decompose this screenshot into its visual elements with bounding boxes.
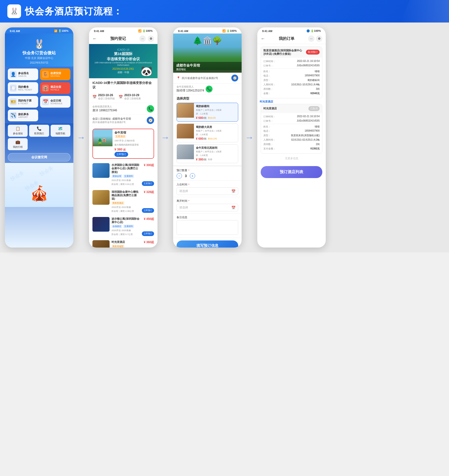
conf-id: ICADD-16 bbox=[117, 48, 129, 51]
room-1-bed: 床：1.2米宽 bbox=[196, 112, 236, 115]
featured-hotel-book-button[interactable]: 立即预订 bbox=[114, 152, 128, 157]
hotel-1-book-button[interactable]: 五星预订 bbox=[142, 181, 154, 186]
featured-hotel-name: 金牛宾馆 bbox=[114, 131, 152, 135]
date-start-item: 📅 2023-10-26 会议 | 活动开始 bbox=[92, 93, 115, 100]
phone-call-button[interactable]: 📞 bbox=[147, 105, 154, 113]
menu-seating[interactable]: 🪑 坐席安排 SEATING bbox=[40, 68, 70, 80]
hotel-list-item-4[interactable]: 时光里酒店 商务高端型 2013开业 2018装修 距会馆｜展馆 2.38公里 … bbox=[89, 238, 157, 248]
header-title: 快会务酒店预订流程： bbox=[25, 5, 123, 18]
room-2-name: 蜀韵楼大床房 bbox=[196, 125, 236, 129]
menu-hotel[interactable]: 🏨 酒店住宿 HOTELS bbox=[40, 82, 70, 94]
more-options-icon[interactable]: ··· bbox=[308, 35, 314, 42]
notes-input[interactable] bbox=[177, 220, 238, 235]
room-card-2[interactable]: 蜀韵楼大床房 有窗户｜30平左右｜1张床 床：1.8米宽 ¥ 680/间 剩余1… bbox=[177, 124, 238, 142]
sign-in-icon: 👤 bbox=[10, 71, 17, 78]
hotel-contact-row: 金牛宾馆联系人 陈经理 13541251074 📞 bbox=[173, 84, 242, 94]
order-2-amount: ¥1392元 bbox=[310, 147, 320, 150]
menu-schedule[interactable]: 📅 会议日程 SCHEDULE bbox=[40, 96, 70, 108]
decrease-button[interactable]: − bbox=[177, 173, 182, 179]
more-icon[interactable]: ··· bbox=[139, 35, 146, 42]
book-hotel-list-button[interactable]: 预订酒店列表 bbox=[261, 166, 322, 178]
order-1-name-row: 姓名： 喵喵 bbox=[263, 70, 320, 73]
website-button[interactable]: 会议微官网 bbox=[8, 153, 70, 161]
order-1-no: JUEe36853241VE65 bbox=[297, 64, 320, 68]
order-1-amount-row: 金额： ¥2040元 bbox=[263, 92, 320, 95]
schedule-icon: 📅 bbox=[42, 98, 49, 105]
navigate-button[interactable]: 🧭 bbox=[231, 75, 238, 81]
order-2-no: JUEe36853241VE65 bbox=[297, 119, 320, 123]
calendar-icon-2: 📅 bbox=[231, 206, 236, 210]
navigation-button[interactable]: 🧭 bbox=[147, 117, 154, 124]
hotel-address-detail: 四川省成都市金牛区金泰路2号 bbox=[182, 76, 230, 80]
fill-info-button[interactable]: 填写预订信息 bbox=[177, 240, 238, 248]
quantity-label: 预订数量 * bbox=[177, 169, 238, 172]
contact-name: 陈经理 13541251074 bbox=[177, 89, 204, 93]
notes-label: 备注信息 bbox=[177, 215, 238, 219]
checkin-placeholder: 请选择 bbox=[179, 189, 188, 193]
hotel-list: 水岸国际公寓(深圳国际会展中心店) (免费巴士接送) 星级会馆 交通便利 202… bbox=[89, 161, 157, 248]
meal-label: 我的餐务 bbox=[18, 85, 32, 89]
hotel-4-tags: 商务高端型 bbox=[112, 245, 140, 248]
order-no-label: 订单号： bbox=[263, 64, 273, 68]
menu-eticket[interactable]: 🎫 我的电子票 E-TICKET bbox=[8, 96, 38, 108]
hotel-3-book-button[interactable]: 立即预订 bbox=[142, 231, 154, 236]
checkin-input[interactable]: 请选择 📅 bbox=[177, 187, 238, 195]
checkin-label-1: 入离时间： bbox=[263, 83, 276, 86]
order-2-room: 凯里双床房(房型随机分配) bbox=[291, 134, 320, 137]
hotel-list-item-1[interactable]: 水岸国际公寓(深圳国际会展中心店) (免费巴士接送) 星级会馆 交通便利 202… bbox=[89, 161, 157, 188]
call-button[interactable]: 📞 bbox=[206, 86, 213, 92]
featured-hotel-card[interactable]: 金牛宾馆 五星酒店 1957开业 占地630亩 最大规模的园林型宴景馆 ¥ 38… bbox=[92, 129, 154, 159]
quantity-field: 预订数量 * − 3 + bbox=[173, 167, 242, 181]
menu-sign-in[interactable]: 👤 参会报名 SIGN IN bbox=[8, 68, 38, 80]
date-start-val: 2023-10-26 bbox=[98, 93, 115, 97]
menu-meal[interactable]: 🍽️ 我的餐务 REAL TICKET bbox=[8, 82, 38, 94]
hotel-list-item-2[interactable]: 深圳国际会展中心檀悦精品酒店(免费巴士接送) 商务型酒店 2022开业 2022… bbox=[89, 188, 157, 215]
back-button-2[interactable]: ← bbox=[92, 36, 97, 41]
hotel-2-meta: 2022开业 2022装修 bbox=[112, 206, 140, 209]
hotel-list-item-3[interactable]: 波尔顿公寓(深圳国际会展中心店) 会场接近 交通便利 2020开业 2020装修… bbox=[89, 215, 157, 238]
watermark-1: 快会务 bbox=[9, 170, 25, 182]
menu-airport[interactable]: ✈️ 接机事务 AIRPORT bbox=[8, 110, 38, 121]
seating-icon: 🪑 bbox=[42, 71, 49, 78]
settings-icon-4[interactable]: ⚙ bbox=[316, 35, 322, 42]
location-sub: 四川省成都市金牛区金泰路2号 bbox=[92, 121, 145, 124]
menu-map[interactable]: 🗺️ 地图导航 bbox=[51, 125, 70, 137]
room-card-1[interactable]: 蜀韵标楼间 有窗户｜30平左右｜2张床 床：1.2米宽 ¥ 680/间 剩余2间 bbox=[177, 103, 238, 122]
hotel-1-tag-1: 星级会馆 bbox=[112, 174, 122, 178]
home-decoration-icon: 🎪 bbox=[30, 185, 48, 202]
checkin-label: 入住时间 * bbox=[177, 183, 238, 186]
room-2-price: ¥ 680/间 bbox=[196, 137, 206, 141]
order-2-status: 已取消 bbox=[308, 106, 320, 111]
room-3-name: 金牛宾馆北苑标间 bbox=[196, 146, 236, 150]
menu-itinerary[interactable]: 💼 我的行程 bbox=[8, 138, 28, 150]
order-2-time: 2022-02-21 16:10:54 bbox=[297, 115, 320, 118]
menu-instructions[interactable]: 📋 参会须知 bbox=[8, 125, 28, 137]
order-1-cancel-button[interactable]: 取消预订 bbox=[306, 50, 320, 55]
date-end-item: 📅 2023-10-29 会议 | 活动结束 bbox=[119, 93, 141, 100]
checkout-input[interactable]: 请选择 📅 bbox=[177, 204, 238, 211]
hotel-2-book-button[interactable]: 立即预订 bbox=[142, 208, 154, 213]
order-1-phone: 18584837900 bbox=[305, 74, 320, 78]
order-time-label-2: 订单时间： bbox=[263, 115, 276, 118]
increase-button[interactable]: + bbox=[190, 173, 195, 179]
room-1-remain: 剩余2间 bbox=[208, 116, 216, 120]
home-rabbit-icon: 🐰 bbox=[34, 39, 45, 49]
airport-label: 接机事务 bbox=[18, 113, 29, 116]
room-card-3[interactable]: 金牛宾馆北苑标间 有窗户｜30平左右｜1张床 床：1.8米宽 ¥ 380/间 售… bbox=[177, 144, 238, 163]
location-icon: 📍 bbox=[177, 76, 180, 80]
featured-hotel-meta: 1957开业 占地630亩 bbox=[114, 139, 152, 142]
room-2-info: 蜀韵楼大床房 有窗户｜30平左右｜1张床 床：1.8米宽 ¥ 680/间 剩余1… bbox=[194, 124, 238, 142]
hotel-3-distance: 距会馆｜展馆 0.7公里 bbox=[112, 233, 140, 236]
room-1-name: 蜀韵标楼间 bbox=[196, 104, 236, 108]
order-1-room: 蜀韵楼标间 bbox=[307, 79, 320, 82]
settings-icon[interactable]: ⚙ bbox=[148, 35, 154, 42]
order-1-name: 喵喵 bbox=[315, 70, 320, 73]
hotel-3-image bbox=[92, 217, 110, 232]
menu-contact[interactable]: 📞 联系我们 bbox=[29, 125, 49, 137]
hotel-4-price: ¥ 360起 bbox=[144, 240, 154, 244]
featured-hotel-image bbox=[93, 129, 112, 146]
conf-date: 2023年10月26-29日 bbox=[112, 67, 134, 71]
phone-label-1: 电话： bbox=[263, 74, 271, 78]
room-3-image bbox=[177, 145, 194, 159]
back-button-4[interactable]: ← bbox=[261, 36, 265, 41]
